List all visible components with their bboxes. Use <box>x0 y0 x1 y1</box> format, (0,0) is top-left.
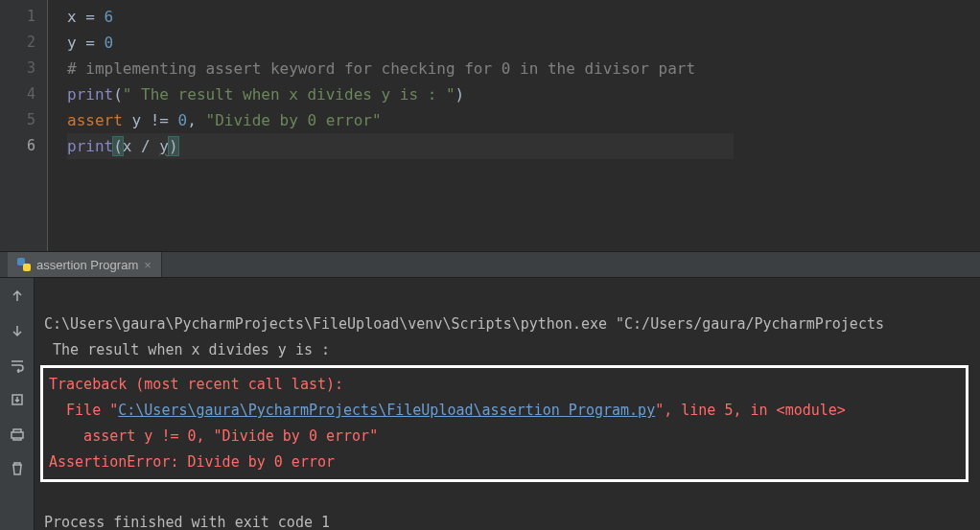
code-token: ( <box>113 137 123 155</box>
close-icon[interactable]: × <box>144 258 152 272</box>
up-button[interactable] <box>7 286 28 307</box>
line-number-gutter: 123456 <box>0 0 48 251</box>
code-token: 6 <box>105 8 114 26</box>
code-token: "Divide by 0 error" <box>206 111 382 129</box>
code-token: y <box>67 34 77 52</box>
run-tab-assertion-program[interactable]: assertion Program × <box>8 252 162 277</box>
traceback-header: Traceback (most recent call last): <box>49 376 343 393</box>
code-line[interactable]: y = 0 <box>67 30 734 56</box>
scroll-to-end-button[interactable] <box>7 389 28 410</box>
code-token: 0 <box>178 111 188 129</box>
console-stdout-line: The result when x divides y is : <box>44 341 338 358</box>
run-tab-label: assertion Program <box>36 258 138 272</box>
code-token: print <box>67 137 113 155</box>
code-token: = <box>77 8 105 26</box>
traceback-file-prefix: File " <box>49 402 118 419</box>
traceback-error-line: AssertionError: Divide by 0 error <box>49 453 335 471</box>
line-number: 4 <box>0 81 35 107</box>
console-cmd-line: C:\Users\gaura\PycharmProjects\FileUploa… <box>44 315 884 333</box>
code-token: ) <box>455 85 465 104</box>
code-token: 0 <box>105 34 114 52</box>
console-exit-line: Process finished with exit code 1 <box>44 514 330 530</box>
console-output[interactable]: C:\Users\gaura\PycharmProjects\FileUploa… <box>35 278 980 530</box>
python-icon <box>17 258 31 271</box>
soft-wrap-button[interactable] <box>7 355 28 376</box>
code-token: print <box>67 85 113 104</box>
run-tool-tabbar: assertion Program × <box>0 251 980 278</box>
print-button[interactable] <box>7 424 28 445</box>
traceback-file-link[interactable]: C:\Users\gaura\PycharmProjects\FileUploa… <box>118 402 655 419</box>
traceback-highlight-box: Traceback (most recent call last): File … <box>40 365 968 482</box>
code-token: # implementing assert keyword for checki… <box>67 59 695 78</box>
line-number: 2 <box>0 30 35 56</box>
line-number: 1 <box>0 4 35 30</box>
code-token: assert <box>67 111 123 129</box>
traceback-file-suffix: ", line 5, in <module> <box>655 402 846 419</box>
line-number: 5 <box>0 107 35 133</box>
line-number: 3 <box>0 56 35 81</box>
down-button[interactable] <box>7 320 28 341</box>
code-token: x / <box>123 137 160 155</box>
run-tool-strip <box>0 278 35 530</box>
code-token: x <box>67 8 77 26</box>
code-line[interactable]: x = 6 <box>67 4 734 30</box>
line-number: 6 <box>0 133 35 159</box>
code-token: y != <box>123 111 178 129</box>
code-token: , <box>187 111 205 129</box>
code-area[interactable]: x = 6y = 0# implementing assert keyword … <box>48 0 734 251</box>
code-token: " The result when x divides y is : " <box>123 85 455 104</box>
run-tool-window: C:\Users\gaura\PycharmProjects\FileUploa… <box>0 278 980 530</box>
traceback-code-line: assert y != 0, "Divide by 0 error" <box>49 427 378 445</box>
code-token: = <box>77 34 105 52</box>
delete-button[interactable] <box>7 458 28 479</box>
code-line[interactable]: print(x / y) <box>67 133 734 159</box>
code-token: ( <box>113 85 123 104</box>
code-token: y <box>159 137 169 155</box>
code-line[interactable]: print(" The result when x divides y is :… <box>67 81 734 107</box>
code-editor[interactable]: 123456 x = 6y = 0# implementing assert k… <box>0 0 980 251</box>
code-token: ) <box>169 137 178 155</box>
code-line[interactable]: # implementing assert keyword for checki… <box>67 56 734 81</box>
code-line[interactable]: assert y != 0, "Divide by 0 error" <box>67 107 734 133</box>
